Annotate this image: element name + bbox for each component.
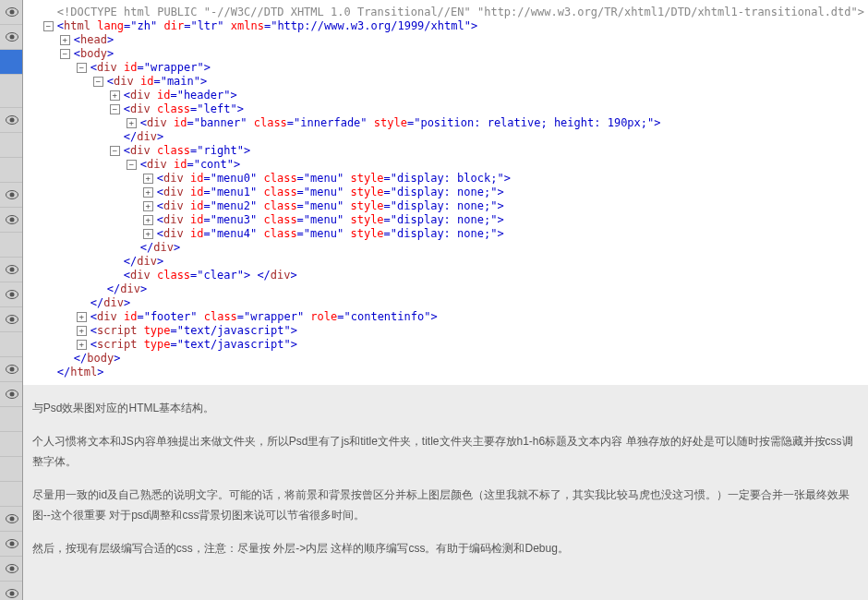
layer-row[interactable]: js背景: [0, 457, 22, 482]
fold-toggle[interactable]: [143, 201, 153, 211]
layer-row[interactable]: js前景: [0, 407, 22, 432]
eye-icon[interactable]: [6, 190, 18, 199]
code-line[interactable]: <div id="header">: [27, 89, 864, 102]
code-line[interactable]: <div class="clear"> </div>: [27, 269, 864, 282]
layer-row[interactable]: #left: [0, 357, 22, 382]
layer-row[interactable]: T1版块，对不起。2版块，...: [0, 75, 22, 108]
eye-icon[interactable]: [6, 290, 18, 299]
layer-row[interactable]: .content: [0, 50, 22, 75]
code-line[interactable]: <div id="cont">: [27, 158, 864, 172]
code-line[interactable]: </div>: [27, 296, 864, 310]
fold-toggle[interactable]: [60, 35, 70, 45]
layer-row[interactable]: #top: [0, 332, 22, 357]
fold-toggle[interactable]: [143, 187, 153, 198]
eye-icon[interactable]: [6, 514, 18, 523]
code-line[interactable]: <div id="menu4" class="menu" style="disp…: [27, 227, 864, 241]
eye-icon[interactable]: [6, 215, 18, 224]
code-line[interactable]: </html>: [27, 366, 864, 379]
fold-toggle[interactable]: [77, 312, 87, 322]
eye-icon[interactable]: [6, 265, 18, 274]
eye-icon[interactable]: [6, 365, 18, 374]
svg-point-19: [9, 367, 14, 372]
code-line[interactable]: </div>: [27, 241, 864, 255]
layer-row[interactable]: bg: [0, 282, 22, 307]
layer-row[interactable]: bg: [0, 532, 22, 557]
code-line[interactable]: <script type="text/javascript">: [27, 324, 864, 338]
code-line[interactable]: <!DOCTYPE html PUBLIC "-//W3C//DTD XHTML…: [27, 6, 864, 19]
code-line[interactable]: <div id="banner" class="innerfade" style…: [27, 116, 864, 130]
code-line[interactable]: <div id="menu3" class="menu" style="disp…: [27, 213, 864, 227]
code-line[interactable]: <html lang="zh" dir="ltr" xmlns="http://…: [27, 19, 864, 33]
desc-p1: 与Psd效果图对应的HTML基本结构。: [32, 398, 859, 418]
layer-row[interactable]: body: [0, 557, 22, 582]
layer-row[interactable]: 效果图合并: [0, 0, 22, 25]
code-line[interactable]: </div>: [27, 255, 864, 269]
code-line[interactable]: <div id="main">: [27, 75, 864, 89]
fold-toggle[interactable]: [143, 215, 153, 225]
svg-point-11: [9, 218, 14, 222]
eye-icon[interactable]: [6, 315, 18, 324]
code-line[interactable]: <body>: [27, 47, 864, 61]
desc-p2: 个人习惯将文本和JS内容单独提出来做文件夹，所以Psd里有了js和title文件…: [32, 431, 859, 472]
svg-point-15: [9, 293, 14, 297]
fold-toggle[interactable]: [110, 90, 120, 101]
fold-toggle[interactable]: [77, 326, 87, 336]
code-line[interactable]: <div id="wrapper">: [27, 61, 864, 75]
code-line[interactable]: </div>: [27, 130, 864, 144]
fold-toggle[interactable]: [60, 49, 70, 59]
eye-icon[interactable]: [6, 539, 18, 548]
svg-point-3: [9, 35, 14, 40]
svg-point-7: [9, 118, 14, 123]
layer-row[interactable]: shadow: [0, 307, 22, 332]
fold-toggle[interactable]: [77, 63, 87, 73]
svg-point-9: [9, 193, 14, 198]
svg-point-13: [9, 268, 14, 272]
fold-toggle[interactable]: [127, 160, 137, 170]
svg-point-29: [9, 592, 14, 596]
code-line[interactable]: </div>: [27, 282, 864, 296]
code-line[interactable]: <head>: [27, 33, 864, 47]
code-line[interactable]: <div id="menu0" class="menu" style="disp…: [27, 172, 864, 186]
fold-toggle[interactable]: [93, 77, 103, 87]
code-line[interactable]: <div class="right">: [27, 144, 864, 158]
layer-row[interactable]: bg: [0, 258, 22, 282]
eye-icon[interactable]: [6, 589, 18, 598]
eye-icon[interactable]: [6, 390, 18, 399]
description-area: 与Psd效果图对应的HTML基本结构。 个人习惯将文本和JS内容单独提出来做文件…: [23, 385, 868, 600]
layer-row[interactable]: title: [0, 108, 22, 133]
layers-panel[interactable]: 效果图合并js.contentT1版块，对不起。2版块，...title#top…: [0, 0, 23, 600]
layer-row[interactable]: html: [0, 582, 22, 600]
eye-icon[interactable]: [6, 32, 18, 42]
fold-toggle[interactable]: [43, 21, 54, 31]
layer-row[interactable]: #right: [0, 208, 22, 233]
layer-row[interactable]: #right: [0, 158, 22, 183]
desc-p4: 然后，按现有层级编写合适的css，注意：尽量按 外层->内层 这样的顺序编写cs…: [32, 538, 859, 558]
code-line[interactable]: <script type="text/javascript">: [27, 338, 864, 352]
fold-toggle[interactable]: [143, 174, 153, 184]
fold-toggle[interactable]: [77, 340, 87, 350]
eye-icon[interactable]: [6, 115, 18, 125]
code-line[interactable]: <div id="footer" class="wrapper" role="c…: [27, 310, 864, 324]
code-line[interactable]: <div id="menu1" class="menu" style="disp…: [27, 186, 864, 199]
layer-row[interactable]: #top: [0, 133, 22, 158]
layer-row[interactable]: js img: [0, 432, 22, 457]
desc-p3: 尽量用一致的id及自己熟悉的说明文字。可能的话，将前景和背景按曾区分并标上图层颜…: [32, 485, 859, 525]
code-line[interactable]: </body>: [27, 352, 864, 366]
code-area[interactable]: <!DOCTYPE html PUBLIC "-//W3C//DTD XHTML…: [23, 0, 868, 385]
eye-icon[interactable]: [6, 7, 18, 17]
layer-row[interactable]: bg: [0, 507, 22, 532]
fold-toggle[interactable]: [110, 146, 120, 156]
fold-toggle[interactable]: [110, 104, 120, 114]
svg-point-23: [9, 517, 14, 522]
layer-row[interactable]: #wrapper: [0, 183, 22, 208]
layer-row[interactable]: #banner-padding: [0, 482, 22, 507]
svg-point-27: [9, 567, 14, 571]
layer-row[interactable]: #cont: [0, 233, 22, 258]
fold-toggle[interactable]: [143, 229, 153, 239]
code-line[interactable]: <div id="menu2" class="menu" style="disp…: [27, 199, 864, 213]
layer-row[interactable]: js: [0, 25, 22, 50]
layer-row[interactable]: #banner: [0, 382, 22, 407]
code-line[interactable]: <div class="left">: [27, 102, 864, 116]
fold-toggle[interactable]: [127, 118, 137, 128]
eye-icon[interactable]: [6, 564, 18, 573]
